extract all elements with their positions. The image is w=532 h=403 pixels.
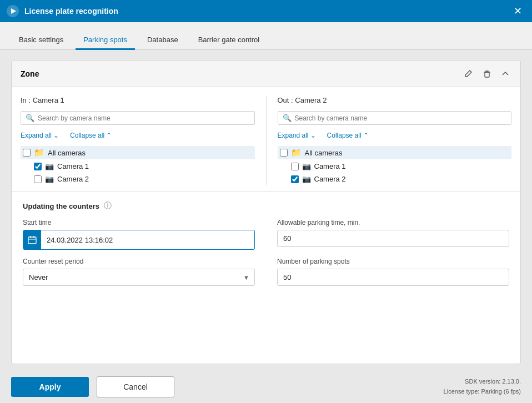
- search-icon-out: 🔍: [283, 114, 292, 122]
- in-all-cameras-checkbox[interactable]: [23, 149, 31, 157]
- out-camera-col: Out : Camera 2 🔍 Expand all ⌄ Collapse a…: [278, 96, 512, 185]
- in-camera-1-row: 📷 Camera 1: [21, 160, 255, 172]
- in-camera-tree: 📁 All cameras 📷 Camera 1 📷 Camera 2: [21, 146, 255, 185]
- in-all-cameras-row: 📁 All cameras: [21, 146, 255, 159]
- out-camera-2-label: Camera 2: [314, 175, 346, 183]
- out-camera-2-checkbox[interactable]: [291, 175, 299, 183]
- search-icon-in: 🔍: [26, 114, 34, 122]
- reset-period-label: Counter reset period: [23, 258, 255, 265]
- zone-title: Zone: [21, 69, 461, 78]
- tab-database[interactable]: Database: [139, 31, 186, 50]
- counters-title-row: Updating the counters ⓘ: [23, 201, 509, 211]
- main-content: Zone: [0, 50, 532, 371]
- pencil-icon: [464, 69, 473, 78]
- in-search-input[interactable]: [38, 114, 250, 122]
- camera-icon-out-2: 📷: [302, 175, 311, 183]
- camera-icon-in-1: 📷: [45, 162, 54, 170]
- counters-section: Updating the counters ⓘ Start time: [12, 192, 520, 295]
- out-all-cameras-checkbox[interactable]: [280, 149, 288, 157]
- zone-header-actions: [461, 68, 511, 79]
- sdk-version: SDK version: 2.13.0.: [444, 377, 521, 387]
- out-camera-1-label: Camera 1: [314, 162, 346, 170]
- in-expand-collapse-row: Expand all ⌄ Collapse all ⌃: [21, 132, 255, 139]
- camera-icon-out-1: 📷: [302, 162, 311, 170]
- in-camera-1-label: Camera 1: [57, 162, 89, 170]
- footer: Apply Cancel SDK version: 2.13.0. Licens…: [0, 371, 532, 403]
- reset-period-group: Counter reset period Never Daily Weekly …: [23, 258, 255, 286]
- datetime-value: 24.03.2022 13:16:02: [41, 232, 254, 248]
- in-all-cameras-label: All cameras: [48, 149, 86, 157]
- svg-rect-3: [28, 237, 36, 244]
- parking-spots-label: Number of parking spots: [277, 258, 509, 265]
- allowable-time-input[interactable]: [277, 230, 509, 247]
- tab-bar: Basic settings Parking spots Database Ba…: [0, 22, 532, 50]
- cancel-button[interactable]: Cancel: [97, 376, 174, 397]
- reset-period-select-wrapper: Never Daily Weekly Monthly ▼: [23, 269, 255, 286]
- folder-icon-in: 📁: [34, 148, 44, 158]
- title-bar: License plate recognition ✕: [0, 0, 532, 22]
- cameras-section: In : Camera 1 🔍 Expand all ⌄ Collapse al…: [12, 87, 520, 192]
- svg-rect-2: [485, 72, 489, 77]
- parking-spots-input[interactable]: [277, 269, 509, 286]
- calendar-button[interactable]: [23, 230, 41, 249]
- out-search-input[interactable]: [295, 114, 507, 122]
- out-camera-2-row: 📷 Camera 2: [278, 173, 512, 185]
- out-camera-label: Out : Camera 2: [278, 96, 512, 104]
- in-camera-2-label: Camera 2: [57, 175, 89, 183]
- counters-title: Updating the counters: [23, 202, 99, 210]
- zone-panel: Zone: [11, 60, 521, 364]
- in-collapse-all-button[interactable]: Collapse all ⌃: [70, 132, 112, 139]
- in-camera-col: In : Camera 1 🔍 Expand all ⌄ Collapse al…: [21, 96, 255, 185]
- datetime-input-wrapper[interactable]: 24.03.2022 13:16:02: [23, 230, 255, 250]
- in-camera-1-checkbox[interactable]: [34, 163, 42, 170]
- close-button[interactable]: ✕: [510, 3, 525, 19]
- in-camera-label: In : Camera 1: [21, 96, 255, 104]
- in-camera-search[interactable]: 🔍: [21, 111, 255, 125]
- reset-period-select[interactable]: Never Daily Weekly Monthly: [23, 269, 255, 286]
- collapse-zone-button[interactable]: [499, 69, 511, 79]
- col-divider: [266, 96, 267, 185]
- app-icon: [7, 5, 19, 17]
- out-camera-1-checkbox[interactable]: [291, 163, 299, 170]
- license-info: License type: Parking (6 fps): [444, 387, 521, 397]
- chevron-up-icon: [501, 70, 509, 78]
- start-time-group: Start time 24.03.2022 13:16:02: [23, 219, 255, 250]
- out-expand-all-button[interactable]: Expand all ⌄: [278, 132, 316, 139]
- in-camera-2-checkbox[interactable]: [34, 175, 42, 183]
- out-camera-search[interactable]: 🔍: [278, 111, 512, 125]
- apply-button[interactable]: Apply: [11, 377, 89, 397]
- zone-header: Zone: [12, 61, 520, 87]
- calendar-icon: [28, 235, 37, 244]
- tab-parking-spots[interactable]: Parking spots: [76, 31, 135, 50]
- info-icon: ⓘ: [104, 201, 112, 211]
- in-expand-all-button[interactable]: Expand all ⌄: [21, 132, 59, 139]
- folder-icon-out: 📁: [291, 148, 302, 158]
- edit-zone-button[interactable]: [461, 68, 475, 79]
- parking-spots-group: Number of parking spots: [277, 258, 509, 286]
- out-expand-collapse-row: Expand all ⌄ Collapse all ⌃: [278, 132, 512, 139]
- start-time-label: Start time: [23, 219, 255, 226]
- delete-zone-button[interactable]: [480, 68, 494, 79]
- out-camera-tree: 📁 All cameras 📷 Camera 1 📷 Camera 2: [278, 146, 512, 185]
- allowable-time-group: Allowable parking time, min.: [277, 219, 509, 250]
- out-camera-1-row: 📷 Camera 1: [278, 160, 512, 172]
- counters-form: Start time 24.03.2022 13:16:02: [23, 219, 509, 286]
- window-title: License plate recognition: [24, 7, 510, 16]
- footer-info: SDK version: 2.13.0. License type: Parki…: [444, 377, 521, 396]
- out-all-cameras-row: 📁 All cameras: [278, 146, 512, 159]
- tab-barrier-gate[interactable]: Barrier gate control: [190, 31, 268, 50]
- trash-icon: [483, 69, 491, 78]
- allowable-time-label: Allowable parking time, min.: [277, 219, 509, 226]
- camera-icon-in-2: 📷: [45, 175, 54, 183]
- tab-basic-settings[interactable]: Basic settings: [11, 31, 71, 50]
- out-all-cameras-label: All cameras: [305, 149, 343, 157]
- out-collapse-all-button[interactable]: Collapse all ⌃: [327, 132, 369, 139]
- in-camera-2-row: 📷 Camera 2: [21, 173, 255, 185]
